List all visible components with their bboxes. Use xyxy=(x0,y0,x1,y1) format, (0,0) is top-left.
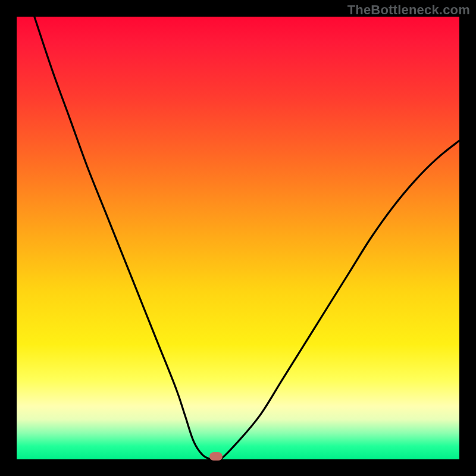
chart-frame: TheBottleneck.com xyxy=(0,0,476,476)
bottleneck-curve xyxy=(17,17,459,459)
attribution-watermark: TheBottleneck.com xyxy=(347,2,470,18)
plot-area xyxy=(17,17,459,459)
optimal-point-marker xyxy=(209,452,223,461)
